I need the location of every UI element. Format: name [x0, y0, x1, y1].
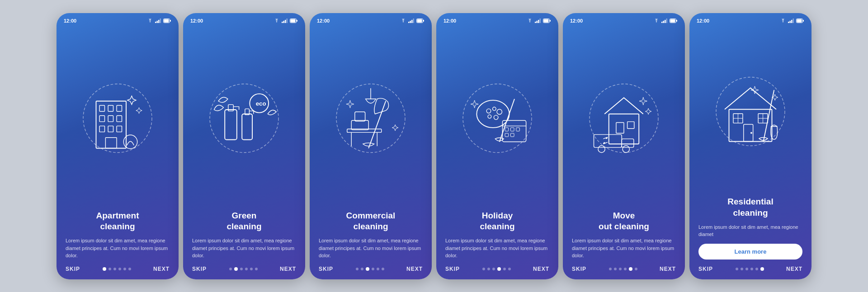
next-button-1[interactable]: NEXT [153, 266, 170, 272]
signal-icon-2 [282, 17, 288, 25]
svg-rect-5 [164, 19, 169, 22]
next-button-6[interactable]: NEXT [786, 266, 802, 272]
next-button-5[interactable]: NEXT [660, 266, 676, 272]
svg-rect-25 [291, 19, 296, 22]
dot-3-0 [356, 268, 359, 270]
dot-2-3 [245, 268, 248, 270]
skip-button-4[interactable]: SKIP [445, 266, 460, 272]
dot-4-2 [492, 268, 495, 270]
svg-rect-32 [242, 114, 252, 140]
svg-rect-11 [117, 106, 122, 111]
svg-rect-86 [788, 22, 789, 23]
battery-icon-2 [290, 17, 298, 25]
svg-rect-71 [661, 22, 663, 23]
dot-5-1 [614, 268, 617, 270]
svg-rect-30 [225, 110, 237, 140]
skip-button-3[interactable]: SKIP [319, 266, 333, 272]
wifi-icon-2 [274, 17, 280, 25]
status-icons-2 [274, 17, 298, 25]
bottom-nav-1: SKIP NEXT [57, 260, 179, 279]
svg-rect-77 [676, 20, 677, 22]
dot-6-4 [755, 268, 758, 270]
svg-rect-3 [160, 19, 161, 23]
dot-2-5 [255, 268, 258, 270]
battery-icon-3 [416, 17, 425, 25]
illustration-holiday [436, 27, 558, 210]
dot-5-2 [619, 268, 622, 270]
svg-rect-15 [99, 126, 104, 132]
svg-rect-18 [105, 138, 117, 148]
screen-description-5: Lorem ipsum dolor sit dim amet, mea regi… [572, 237, 676, 260]
svg-rect-21 [283, 21, 285, 23]
dot-6-1 [741, 268, 743, 270]
dot-4-1 [487, 268, 490, 270]
svg-rect-68 [516, 128, 520, 131]
svg-rect-94 [729, 109, 772, 141]
dot-2-1 [234, 267, 238, 271]
svg-rect-6 [170, 20, 171, 22]
svg-text:eco: eco [256, 100, 266, 107]
illustration-green: eco [183, 27, 305, 210]
illustration-commercial [310, 27, 432, 210]
svg-rect-23 [287, 19, 288, 23]
battery-icon-6 [796, 17, 804, 25]
dot-6-3 [750, 268, 753, 270]
dot-5-0 [609, 268, 612, 270]
dot-6-0 [736, 268, 738, 270]
svg-point-58 [486, 109, 491, 113]
nav-dots-3 [356, 267, 384, 271]
svg-point-78 [590, 84, 658, 153]
svg-rect-55 [550, 20, 551, 22]
time-3: 12:00 [317, 18, 330, 23]
skip-button-5[interactable]: SKIP [572, 266, 586, 272]
content-area-3: Commercialcleaning Lorem ipsum dolor sit… [310, 210, 432, 260]
screen-title-2: Greencleaning [192, 210, 296, 232]
dot-1-2 [113, 268, 116, 270]
bottom-nav-4: SKIP NEXT [436, 260, 558, 279]
svg-point-19 [123, 135, 137, 148]
wifi-icon [147, 17, 153, 25]
illustration-residential [689, 27, 811, 197]
dot-4-5 [508, 268, 511, 270]
svg-rect-26 [297, 20, 297, 22]
svg-rect-66 [505, 128, 509, 131]
svg-rect-20 [282, 22, 283, 23]
svg-rect-2 [158, 20, 160, 23]
status-icons-6 [780, 17, 804, 25]
dot-1-5 [128, 268, 131, 270]
nav-dots-4 [482, 267, 511, 271]
screen-holiday-cleaning: 12:00 [436, 13, 558, 279]
learn-more-button[interactable]: Learn more [698, 244, 802, 260]
svg-rect-47 [355, 112, 365, 121]
next-button-2[interactable]: NEXT [280, 266, 296, 272]
svg-rect-69 [505, 133, 509, 137]
next-button-3[interactable]: NEXT [406, 266, 423, 272]
svg-rect-89 [793, 19, 794, 23]
svg-point-60 [497, 109, 502, 114]
dot-1-3 [118, 268, 121, 270]
svg-point-62 [494, 115, 498, 120]
dot-6-2 [745, 268, 748, 270]
svg-rect-49 [535, 22, 536, 23]
dot-4-4 [503, 268, 506, 270]
dot-5-5 [635, 268, 637, 270]
time-2: 12:00 [190, 18, 203, 23]
time-5: 12:00 [570, 18, 583, 23]
svg-rect-35 [410, 21, 411, 23]
skip-button-1[interactable]: SKIP [66, 266, 80, 272]
svg-point-7 [83, 84, 152, 153]
wifi-icon-3 [400, 17, 406, 25]
illustration-apartment [57, 27, 179, 210]
svg-rect-81 [627, 122, 634, 129]
wifi-icon-4 [527, 17, 533, 25]
battery-icon-5 [670, 17, 678, 25]
next-button-4[interactable]: NEXT [533, 266, 549, 272]
skip-button-6[interactable]: SKIP [698, 266, 713, 272]
svg-point-27 [210, 84, 278, 153]
svg-rect-52 [540, 19, 541, 23]
dot-4-0 [482, 268, 485, 270]
dot-3-3 [372, 268, 374, 270]
skip-button-2[interactable]: SKIP [192, 266, 207, 272]
svg-rect-87 [790, 21, 791, 23]
status-bar-5: 12:00 [563, 13, 685, 27]
